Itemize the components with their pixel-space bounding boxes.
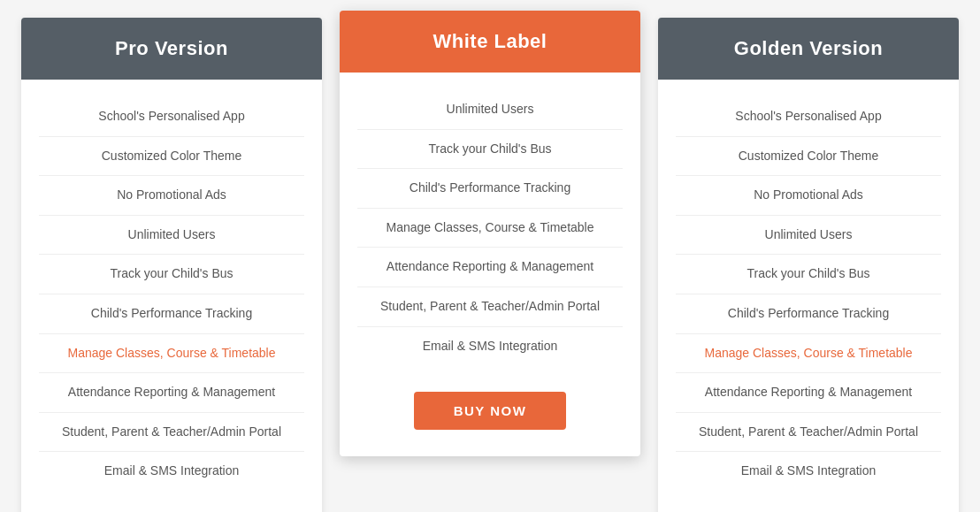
feature-item-white-label-0: Unlimited Users	[357, 90, 623, 130]
feature-item-golden-0: School's Personalised App	[676, 97, 941, 137]
pricing-card-white-label: White LabelUnlimited UsersTrack your Chi…	[340, 11, 640, 456]
pricing-card-golden: Golden VersionSchool's Personalised AppC…	[658, 18, 959, 512]
feature-item-pro-7: Attendance Reporting & Management	[39, 373, 304, 413]
features-list-pro: School's Personalised AppCustomized Colo…	[39, 97, 304, 491]
feature-item-golden-3: Unlimited Users	[676, 216, 941, 256]
feature-item-pro-6: Manage Classes, Course & Timetable	[39, 334, 304, 374]
feature-item-pro-1: Customized Color Theme	[39, 137, 304, 177]
feature-item-white-label-4: Attendance Reporting & Management	[357, 248, 623, 287]
pricing-container: Pro VersionSchool's Personalised AppCust…	[18, 18, 962, 512]
card-body-golden: School's Personalised AppCustomized Colo…	[658, 80, 959, 512]
pricing-card-pro: Pro VersionSchool's Personalised AppCust…	[21, 18, 322, 512]
feature-item-golden-9: Email & SMS Integration	[676, 452, 941, 491]
card-body-pro: School's Personalised AppCustomized Colo…	[21, 80, 322, 512]
feature-item-golden-7: Attendance Reporting & Management	[676, 373, 941, 413]
feature-item-pro-4: Track your Child's Bus	[39, 255, 304, 294]
buy-now-button-white-label[interactable]: BUY NOW	[414, 392, 567, 430]
card-header-pro: Pro Version	[21, 18, 322, 80]
feature-item-golden-5: Child's Performance Tracking	[676, 294, 941, 334]
features-list-golden: School's Personalised AppCustomized Colo…	[676, 97, 941, 491]
feature-item-pro-3: Unlimited Users	[39, 216, 304, 256]
feature-item-white-label-3: Manage Classes, Course & Timetable	[357, 209, 623, 248]
feature-item-golden-2: No Promotional Ads	[676, 176, 941, 216]
card-body-white-label: Unlimited UsersTrack your Child's BusChi…	[340, 73, 640, 456]
feature-item-white-label-2: Child's Performance Tracking	[357, 169, 623, 209]
feature-item-golden-8: Student, Parent & Teacher/Admin Portal	[676, 413, 941, 453]
feature-item-golden-6: Manage Classes, Course & Timetable	[676, 334, 941, 374]
feature-item-pro-2: No Promotional Ads	[39, 176, 304, 216]
card-title-pro: Pro Version	[39, 37, 304, 60]
feature-item-golden-1: Customized Color Theme	[676, 137, 941, 177]
feature-item-white-label-5: Student, Parent & Teacher/Admin Portal	[357, 287, 623, 327]
feature-item-white-label-1: Track your Child's Bus	[357, 130, 623, 170]
feature-item-white-label-6: Email & SMS Integration	[357, 327, 623, 366]
card-header-white-label: White Label	[340, 11, 640, 73]
feature-item-pro-0: School's Personalised App	[39, 97, 304, 137]
card-header-golden: Golden Version	[658, 18, 959, 80]
feature-item-pro-8: Student, Parent & Teacher/Admin Portal	[39, 413, 304, 453]
card-title-golden: Golden Version	[676, 37, 941, 60]
card-title-white-label: White Label	[357, 30, 623, 53]
features-list-white-label: Unlimited UsersTrack your Child's BusChi…	[357, 90, 623, 365]
feature-item-golden-4: Track your Child's Bus	[676, 255, 941, 294]
feature-item-pro-5: Child's Performance Tracking	[39, 294, 304, 334]
feature-item-pro-9: Email & SMS Integration	[39, 452, 304, 491]
